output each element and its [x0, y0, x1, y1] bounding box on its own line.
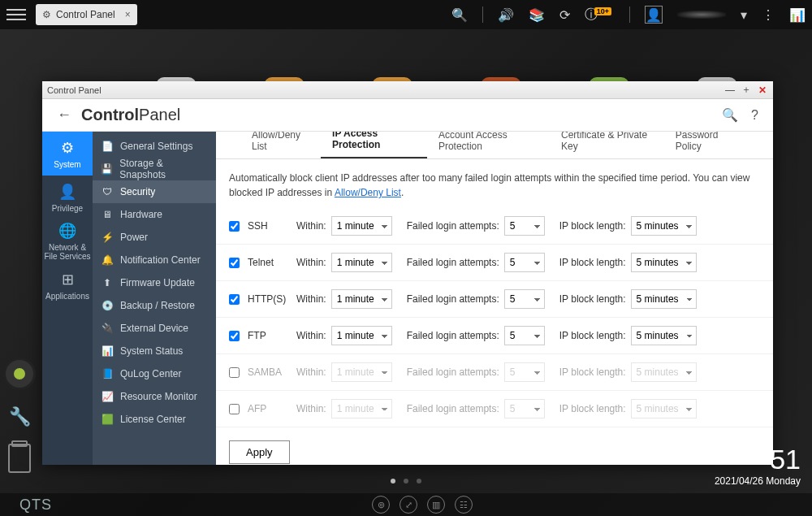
attempts-select[interactable]: 5 — [504, 253, 545, 272]
protocol-checkbox[interactable] — [229, 404, 240, 414]
sidebar-item-resource-monitor[interactable]: 📈Resource Monitor — [93, 385, 216, 408]
sidebar-item-label: QuLog Center — [120, 368, 181, 379]
tab-password-policy[interactable]: Password Policy — [664, 132, 749, 158]
failed-label: Failed login attempts: — [407, 330, 499, 341]
category-network-file-services[interactable]: 🌐Network & File Services — [42, 219, 93, 263]
assistant-icon[interactable] — [3, 358, 36, 390]
desktop-gadgets: 🔧 — [3, 358, 36, 473]
protocol-row-afp: AFPWithin:1 minuteFailed login attempts:… — [216, 391, 773, 427]
window-titlebar[interactable]: Control Panel — ＋ ✕ — [42, 81, 773, 99]
protocol-checkbox[interactable] — [229, 258, 240, 268]
within-select[interactable]: 1 minute — [331, 289, 392, 309]
within-select[interactable]: 1 minute — [331, 362, 392, 382]
sidebar-item-hardware[interactable]: 🖥Hardware — [93, 203, 216, 226]
within-label: Within: — [296, 330, 326, 341]
protocol-checkbox[interactable] — [229, 294, 240, 305]
sidebar-item-license-center[interactable]: 🟩License Center — [93, 408, 216, 431]
within-label: Within: — [296, 366, 326, 378]
block-select[interactable]: 5 minutes — [631, 326, 697, 345]
attempts-select[interactable]: 5 — [504, 362, 545, 382]
username-redacted — [677, 11, 726, 19]
sidebar-icon: 🛡 — [101, 186, 114, 197]
quick-action-icon[interactable]: ☷ — [455, 496, 473, 514]
tasks-icon[interactable]: 📚 — [529, 7, 545, 23]
window-maximize-button[interactable]: ＋ — [741, 85, 752, 96]
protocol-checkbox[interactable] — [229, 221, 240, 232]
close-icon[interactable]: × — [125, 9, 131, 20]
block-select[interactable]: 5 minutes — [631, 289, 697, 309]
block-label: IP block length: — [559, 220, 626, 232]
dashboard-icon[interactable]: 📊 — [789, 7, 806, 23]
quick-action-icon[interactable]: ▥ — [427, 496, 445, 514]
task-tab-control-panel[interactable]: ⚙ Control Panel × — [36, 4, 137, 25]
sidebar-item-system-status[interactable]: 📊System Status — [93, 340, 216, 362]
quick-action-icon[interactable]: ⊚ — [372, 496, 390, 514]
help-icon[interactable]: ? — [751, 108, 758, 123]
wrench-icon[interactable]: 🔧 — [9, 406, 31, 427]
avatar[interactable]: 👤 — [645, 6, 663, 24]
block-select[interactable]: 5 minutes — [631, 253, 697, 272]
within-select[interactable]: 1 minute — [331, 253, 392, 272]
attempts-select[interactable]: 5 — [504, 289, 545, 309]
sidebar-icon: 🔌 — [101, 323, 114, 334]
system-topbar: ⚙ Control Panel × 🔍 🔊 📚 ⟳ ⓘ10+ 👤 ▾ ⋮ 📊 — [0, 0, 812, 29]
main-menu-icon[interactable] — [6, 5, 26, 24]
block-label: IP block length: — [559, 403, 626, 414]
desktop-pager[interactable] — [391, 479, 421, 483]
allow-deny-link[interactable]: Allow/Deny List — [335, 187, 401, 198]
sidebar-icon: 💾 — [101, 163, 113, 175]
category-system[interactable]: ⚙System — [42, 132, 93, 176]
description: Automatically block client IP addresses … — [216, 159, 773, 208]
tab-account-access-protection[interactable]: Account Access Protection — [427, 132, 550, 158]
within-label: Within: — [296, 403, 326, 414]
volume-icon[interactable]: 🔊 — [498, 7, 514, 23]
sidebar-item-firmware-update[interactable]: ⬆Firmware Update — [93, 271, 216, 294]
search-icon[interactable]: 🔍 — [451, 7, 468, 23]
tab-ip-access-protection[interactable]: IP Access Protection — [321, 132, 427, 158]
block-select[interactable]: 5 minutes — [631, 216, 697, 236]
block-select[interactable]: 5 minutes — [631, 362, 697, 382]
protocol-checkbox[interactable] — [229, 367, 240, 378]
within-select[interactable]: 1 minute — [331, 216, 392, 236]
more-icon[interactable]: ⋮ — [762, 7, 775, 23]
window-minimize-button[interactable]: — — [724, 85, 736, 96]
sidebar-item-general-settings[interactable]: 📄General Settings — [93, 135, 216, 158]
sync-icon[interactable]: ⟳ — [559, 7, 570, 23]
protocol-checkbox[interactable] — [229, 331, 240, 341]
tab-certificate-private-key[interactable]: Certificate & Private Key — [550, 132, 664, 158]
apply-button[interactable]: Apply — [229, 440, 290, 464]
attempts-select[interactable]: 5 — [504, 326, 545, 345]
sidebar-item-power[interactable]: ⚡Power — [93, 226, 216, 249]
failed-label: Failed login attempts: — [407, 403, 499, 414]
failed-label: Failed login attempts: — [407, 366, 499, 378]
sidebar-item-storage-snapshots[interactable]: 💾Storage & Snapshots — [93, 158, 216, 180]
tab-allow-deny-list[interactable]: Allow/Deny List — [240, 132, 321, 158]
sidebar-item-notification-center[interactable]: 🔔Notification Center — [93, 249, 216, 271]
bottom-bar: QTS ⊚ ⤢ ▥ ☷ — [0, 493, 812, 516]
trash-icon[interactable] — [8, 444, 31, 473]
attempts-select[interactable]: 5 — [504, 399, 545, 418]
sidebar-item-label: License Center — [120, 414, 186, 425]
sidebar-item-security[interactable]: 🛡Security — [93, 180, 216, 203]
within-select[interactable]: 1 minute — [331, 399, 392, 418]
sidebar-item-backup-restore[interactable]: 💿Backup / Restore — [93, 294, 216, 317]
category-applications[interactable]: ⊞Applications — [42, 263, 93, 307]
chevron-down-icon[interactable]: ▾ — [741, 7, 747, 23]
category-privilege[interactable]: 👤Privilege — [42, 176, 93, 219]
back-icon[interactable]: ← — [57, 106, 71, 124]
block-select[interactable]: 5 minutes — [631, 399, 697, 418]
window-close-button[interactable]: ✕ — [757, 85, 768, 96]
attempts-select[interactable]: 5 — [504, 216, 545, 236]
qts-logo: QTS — [19, 496, 52, 514]
sidebar-item-qulog-center[interactable]: 📘QuLog Center — [93, 362, 216, 385]
info-icon[interactable]: ⓘ10+ — [585, 7, 615, 24]
within-select[interactable]: 1 minute — [331, 326, 392, 345]
protocol-name: SAMBA — [248, 366, 296, 378]
quick-action-icon[interactable]: ⤢ — [400, 496, 417, 514]
protocol-row-ftp: FTPWithin:1 minuteFailed login attempts:… — [216, 318, 773, 354]
protocol-name: HTTP(S) — [248, 293, 296, 305]
protocol-name: FTP — [248, 330, 296, 341]
sidebar-item-external-device[interactable]: 🔌External Device — [93, 317, 216, 340]
within-label: Within: — [296, 220, 326, 232]
search-icon[interactable]: 🔍 — [722, 107, 738, 123]
